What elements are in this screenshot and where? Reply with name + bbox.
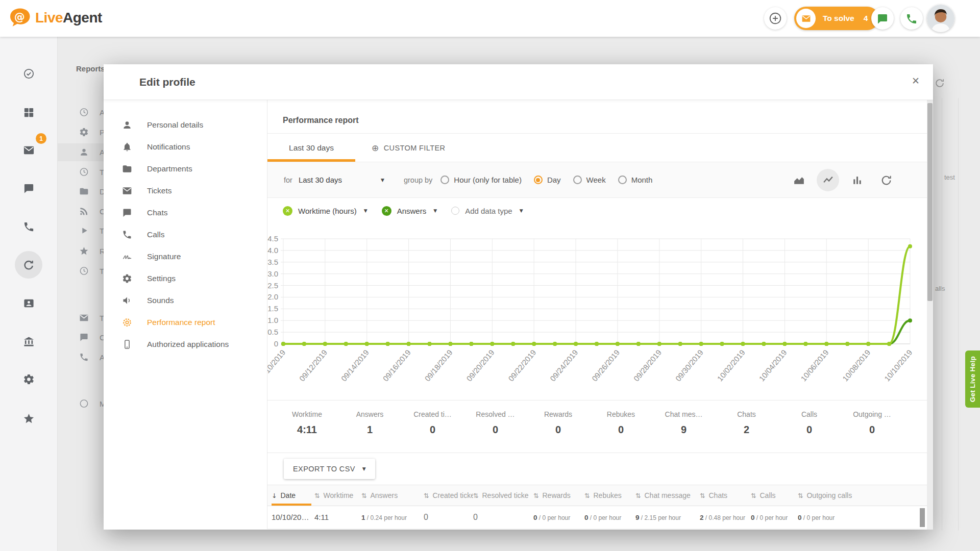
mail-icon xyxy=(122,186,132,196)
sidebar-item-cycle[interactable] xyxy=(15,251,42,279)
stat-created-ti-: Created ti…0 xyxy=(401,410,464,453)
profile-nav-personal-details[interactable]: Personal details xyxy=(104,114,267,136)
radio-week[interactable]: Week xyxy=(573,176,606,184)
svg-text:09/26/2019: 09/26/2019 xyxy=(590,348,621,383)
sidebar-item-chat[interactable] xyxy=(15,174,42,202)
user-avatar[interactable] xyxy=(927,5,954,32)
svg-text:09/28/2019: 09/28/2019 xyxy=(632,348,663,383)
background-reports-page: Reports APATDCTRTTCAM xyxy=(58,37,104,551)
remove-series-icon[interactable]: ✕ xyxy=(283,206,292,216)
folder-icon xyxy=(79,187,89,196)
to-solve-label: To solve xyxy=(823,14,854,23)
column-header-worktime[interactable]: ⇅Worktime xyxy=(314,485,361,506)
chip-label: Worktime (hours) xyxy=(298,207,357,215)
svg-text:3.0: 3.0 xyxy=(267,269,278,278)
chats-topbar-button[interactable] xyxy=(871,7,894,30)
column-header-calls[interactable]: ⇅Calls xyxy=(751,485,798,506)
cycle-icon xyxy=(23,259,35,271)
get-live-help-tab[interactable]: Get Live Help xyxy=(965,350,980,408)
profile-nav-tickets[interactable]: Tickets xyxy=(104,180,267,202)
profile-nav-signature[interactable]: Signature xyxy=(104,245,267,267)
refresh-button[interactable] xyxy=(875,169,897,191)
column-header-created-ticket[interactable]: ⇅Created ticket xyxy=(424,485,473,506)
column-header-rewards[interactable]: ⇅Rewards xyxy=(533,485,584,506)
sidebar-item-check-circle[interactable] xyxy=(15,60,42,87)
table-cell: 0 xyxy=(424,513,473,522)
export-to-csv-button[interactable]: EXPORT TO CSV ▼ xyxy=(284,459,375,479)
profile-nav-settings[interactable]: Settings xyxy=(104,267,267,289)
main-sidebar: 1 xyxy=(0,37,58,551)
column-header-rebukes[interactable]: ⇅Rebukes xyxy=(584,485,635,506)
column-header-resolved-ticke[interactable]: ⇅Resolved ticke xyxy=(473,485,533,506)
modal-scrollbar[interactable] xyxy=(927,100,933,530)
liveagent-logo[interactable]: @ LiveAgent xyxy=(8,7,102,29)
profile-nav-authorized-applications[interactable]: Authorized applications xyxy=(104,333,267,355)
column-header-chat-message[interactable]: ⇅Chat message xyxy=(635,485,700,506)
table-row[interactable]: 10/10/20…4:111 / 0.24 per hour000 / 0 pe… xyxy=(267,506,933,529)
bar-chart-button[interactable] xyxy=(846,169,868,191)
table-scrollbar-thumb[interactable] xyxy=(920,508,925,527)
svg-text:1.5: 1.5 xyxy=(267,304,278,313)
sidebar-item-phone[interactable] xyxy=(15,213,42,240)
column-header-date[interactable]: ↓Date xyxy=(272,485,314,506)
to-solve-button[interactable]: To solve 4 xyxy=(794,7,879,30)
phone-icon xyxy=(122,230,132,240)
sidebar-item-contact-card[interactable] xyxy=(15,289,42,317)
add-button[interactable] xyxy=(764,7,787,30)
svg-text:10/06/2019: 10/06/2019 xyxy=(799,348,830,383)
cell-value: 0 xyxy=(424,513,428,521)
column-header-answers[interactable]: ⇅Answers xyxy=(361,485,424,506)
mobile-icon xyxy=(122,339,132,349)
profile-nav-departments[interactable]: Departments xyxy=(104,158,267,180)
radio-label: Month xyxy=(631,176,653,184)
profile-nav-notifications[interactable]: Notifications xyxy=(104,136,267,158)
svg-text:09/12/2019: 09/12/2019 xyxy=(298,348,329,383)
stat-chats: Chats2 xyxy=(715,410,778,453)
area-chart-button[interactable] xyxy=(788,169,810,191)
tab-last-30-days[interactable]: Last 30 days xyxy=(267,134,355,162)
column-header-outgoing-calls[interactable]: ⇅Outgoing calls xyxy=(798,485,860,506)
profile-nav-sounds[interactable]: Sounds xyxy=(104,289,267,311)
sidebar-item-gear[interactable] xyxy=(15,365,42,393)
sidebar-item-star[interactable] xyxy=(15,405,42,432)
profile-nav-calls[interactable]: Calls xyxy=(104,223,267,245)
chat-icon xyxy=(79,333,89,342)
background-text: test xyxy=(944,173,955,181)
close-icon[interactable]: ✕ xyxy=(912,75,920,86)
tab-custom-filter[interactable]: ⊕CUSTOM FILTER xyxy=(355,134,461,162)
radio-month[interactable]: Month xyxy=(618,176,653,184)
date-range-select[interactable]: Last 30 days ▼ xyxy=(299,176,384,184)
column-label: Resolved ticke xyxy=(482,491,528,499)
background-list-item: C xyxy=(79,333,105,342)
stat-value: 1 xyxy=(338,424,401,436)
profile-nav-chats[interactable]: Chats xyxy=(104,202,267,223)
radio-hour-only-for-table-[interactable]: Hour (only for table) xyxy=(440,176,522,184)
radio-label: Day xyxy=(547,176,561,184)
chip-worktime-hours-[interactable]: ✕Worktime (hours)▼ xyxy=(283,206,368,216)
radio-day[interactable]: Day xyxy=(534,176,561,184)
sidebar-item-bank[interactable] xyxy=(15,328,42,355)
calls-topbar-button[interactable] xyxy=(900,7,923,30)
refresh-icon[interactable] xyxy=(934,78,945,89)
chip-answers[interactable]: ✕Answers▼ xyxy=(382,206,437,216)
sidebar-item-mail[interactable]: 1 xyxy=(15,136,42,164)
line-chart-button[interactable] xyxy=(817,169,839,191)
column-header-chats[interactable]: ⇅Chats xyxy=(700,485,751,506)
for-label: for xyxy=(284,176,292,184)
phone-icon xyxy=(79,353,89,362)
reports-breadcrumb: Reports xyxy=(76,64,105,73)
person-icon xyxy=(79,147,89,157)
plus-circle-icon: ⊕ xyxy=(372,143,379,153)
chip-add-data-type[interactable]: Add data type▼ xyxy=(451,207,523,215)
cell-rate: / 2.15 per hour xyxy=(640,514,681,521)
svg-text:2.5: 2.5 xyxy=(267,281,278,290)
plus-icon xyxy=(769,12,782,25)
get-live-help-label: Get Live Help xyxy=(969,356,976,402)
remove-series-icon[interactable]: ✕ xyxy=(382,206,391,216)
scrollbar-thumb[interactable] xyxy=(927,103,933,301)
stat-answers: Answers1 xyxy=(338,410,401,453)
sidebar-item-dashboard[interactable] xyxy=(15,98,42,126)
profile-nav-performance-report[interactable]: Performance report xyxy=(104,311,267,333)
chip-label: Add data type xyxy=(465,207,512,215)
column-label: Calls xyxy=(760,491,775,499)
